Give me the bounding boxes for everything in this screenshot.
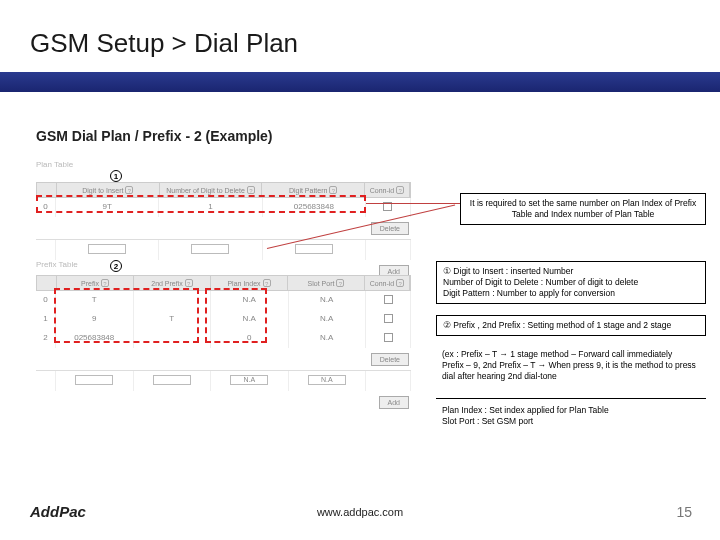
checkbox[interactable]: [384, 333, 393, 342]
footer-url: www.addpac.com: [0, 506, 720, 518]
row-index: 0: [36, 198, 56, 217]
delete-button[interactable]: Delete: [371, 353, 409, 366]
col-connid2: Conn-id?: [365, 276, 410, 290]
cell-conn: [366, 198, 411, 217]
pattern-input[interactable]: [295, 244, 333, 254]
checkbox[interactable]: [383, 202, 392, 211]
prefix-table-caption: Prefix Table: [36, 260, 78, 269]
table-row: 1 9 T N.A N.A: [36, 310, 411, 329]
plan-table-caption: Plan Table: [36, 160, 73, 169]
note-plan-slot: Plan Index : Set index applied for Plan …: [436, 398, 706, 431]
col-prefix2: 2nd Prefix?: [134, 276, 211, 290]
checkbox[interactable]: [384, 295, 393, 304]
slot-input[interactable]: N.A: [308, 375, 346, 385]
insert-input[interactable]: [88, 244, 126, 254]
add-button[interactable]: Add: [379, 396, 409, 409]
help-icon: ?: [396, 279, 404, 287]
plan-table-row: 0 9T 1 025683848: [36, 198, 411, 217]
plan-table-input-row: [36, 239, 411, 260]
cell-insert: 9T: [56, 198, 159, 217]
delete-input[interactable]: [191, 244, 229, 254]
subtitle: GSM Dial Plan / Prefix - 2 (Example): [36, 128, 273, 144]
col-digit-pattern: Digit Pattern?: [262, 183, 365, 197]
help-icon: ?: [263, 279, 271, 287]
help-icon: ?: [329, 186, 337, 194]
delete-button[interactable]: Delete: [371, 222, 409, 235]
col-slot-port: Slot Port?: [288, 276, 365, 290]
title-underline: [0, 72, 720, 92]
help-icon: ?: [101, 279, 109, 287]
prefix-table-header: Prefix? 2nd Prefix? Plan Index? Slot Por…: [36, 275, 411, 291]
col-digit-delete: Number of Digit to Delete?: [160, 183, 263, 197]
page-title: GSM Setup > Dial Plan: [30, 28, 298, 59]
col-prefix: Prefix?: [57, 276, 134, 290]
col-connid: Conn-id?: [365, 183, 410, 197]
prefix2-input[interactable]: [153, 375, 191, 385]
note-digit-explain: ① Digit to Insert : inserted Number Numb…: [436, 261, 706, 304]
note-same-number: It is required to set the same number on…: [460, 193, 706, 225]
annotation-badge-1: 1: [110, 170, 122, 182]
help-icon: ?: [396, 186, 404, 194]
note-example: (ex : Prefix – T → 1 stage method – Forw…: [436, 345, 706, 386]
plan-input[interactable]: N.A: [230, 375, 268, 385]
config-screenshot: Plan Table Digit to Insert? Number of Di…: [36, 160, 436, 395]
cell-pattern: 025683848: [263, 198, 366, 217]
col-plan-index: Plan Index?: [211, 276, 288, 290]
page-number: 15: [676, 504, 692, 520]
plan-table-header: Digit to Insert? Number of Digit to Dele…: [36, 182, 411, 198]
help-icon: ?: [336, 279, 344, 287]
note-prefix-explain: ② Prefix , 2nd Prefix : Setting method o…: [436, 315, 706, 336]
annotation-badge-2: 2: [110, 260, 122, 272]
checkbox[interactable]: [384, 314, 393, 323]
help-icon: ?: [185, 279, 193, 287]
table-row: 2 025683848 0 N.A: [36, 329, 411, 348]
col-digit-insert: Digit to Insert?: [57, 183, 160, 197]
prefix-input[interactable]: [75, 375, 113, 385]
table-row: 0 T N.A N.A: [36, 291, 411, 310]
prefix-input-row: N.A N.A: [36, 370, 411, 391]
cell-delete: 1: [159, 198, 262, 217]
help-icon: ?: [247, 186, 255, 194]
help-icon: ?: [125, 186, 133, 194]
